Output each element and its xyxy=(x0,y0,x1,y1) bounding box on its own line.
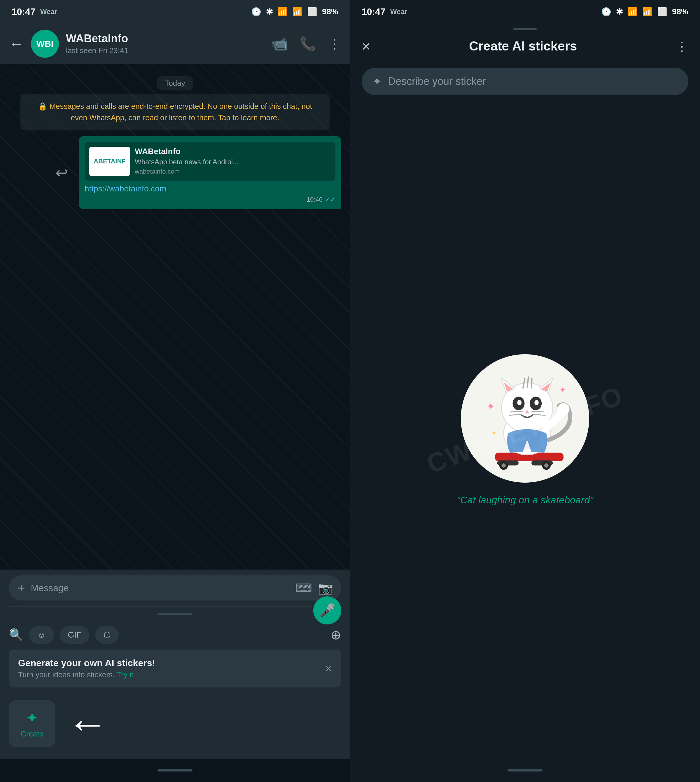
sticker-tabs: 🔍 ☺ GIF ⬡ ⊕ xyxy=(9,626,341,644)
wifi-icon-r: 📶 xyxy=(627,7,638,17)
alarm-icon: 🕐 xyxy=(251,7,261,17)
signal-icon: 📶 xyxy=(292,7,302,17)
svg-text:✦: ✦ xyxy=(559,385,566,394)
create-label: Create xyxy=(21,730,43,739)
reply-icon: ↩ xyxy=(55,164,68,182)
alarm-icon-r: 🕐 xyxy=(601,7,611,17)
link-url[interactable]: https://wabetainfo.com xyxy=(85,184,335,194)
back-button[interactable]: ← xyxy=(9,35,24,52)
contact-name: WABetaInfo xyxy=(66,32,264,45)
swipe-handle xyxy=(0,613,350,620)
bluetooth-icon-r: ✱ xyxy=(616,7,623,17)
battery-icon-r: ⬜ xyxy=(657,7,667,17)
contact-info: WABetaInfo last seen Fri 23:41 xyxy=(66,32,264,55)
ai-promo-title: Generate your own AI stickers! xyxy=(18,658,319,668)
cat-sticker-svg: ✦ ✦ ✦ xyxy=(461,354,589,483)
read-receipts: ✓✓ xyxy=(325,196,335,203)
ai-sticker-header: × Create AI stickers ⋮ xyxy=(350,30,700,62)
describe-input-wrap[interactable]: ✦ Describe your sticker xyxy=(362,68,688,95)
gif-label: GIF xyxy=(68,630,82,640)
right-status-left: 10:47 Wear xyxy=(362,7,407,17)
create-section: ✦ Create ← xyxy=(9,695,341,753)
video-call-icon[interactable]: 📹 xyxy=(271,36,288,52)
status-bar-left: 10:47 Wear xyxy=(12,7,57,17)
link-domain: wabetainfo.com xyxy=(135,168,238,175)
left-status-bar: 10:47 Wear 🕐 ✱ 📶 📶 ⬜ 98% xyxy=(0,0,350,23)
sparkle-icon: ✦ xyxy=(372,75,382,88)
more-options-right[interactable]: ⋮ xyxy=(675,39,688,54)
svg-text:✦: ✦ xyxy=(487,400,495,412)
link-preview-image: ABETAINF xyxy=(89,147,130,176)
camera-icon[interactable]: 📷 xyxy=(318,581,332,595)
describe-input[interactable]: Describe your sticker xyxy=(388,75,486,87)
avatar: WBI xyxy=(31,30,59,58)
tab-emoji[interactable]: ☺ xyxy=(29,626,54,644)
left-panel: 10:47 Wear 🕐 ✱ 📶 📶 ⬜ 98% ← WBI WABetaInf… xyxy=(0,0,350,782)
link-title: WABetaInfo xyxy=(135,147,238,156)
right-status-bar: 10:47 Wear 🕐 ✱ 📶 📶 ⬜ 98% xyxy=(350,0,700,23)
contact-status: last seen Fri 23:41 xyxy=(66,46,264,55)
link-preview: ABETAINF WABetaInfo WhatsApp beta news f… xyxy=(85,142,335,180)
time-left: 10:47 xyxy=(12,7,36,17)
link-preview-text: WABetaInfo WhatsApp beta news for Androi… xyxy=(135,147,238,176)
create-button[interactable]: ✦ Create xyxy=(9,700,55,747)
signal-icon-r: 📶 xyxy=(642,7,652,17)
wear-label-left: Wear xyxy=(40,8,57,16)
sticker-image-container: ✦ ✦ ✦ xyxy=(461,354,589,483)
drag-handle[interactable] xyxy=(513,28,537,30)
message-time: 10:46 ✓✓ xyxy=(85,196,335,203)
promo-close-button[interactable]: × xyxy=(325,662,332,675)
ai-promo-subtitle: Turn your ideas into stickers. Try it xyxy=(18,670,319,679)
link-desc: WhatsApp beta news for Androi... xyxy=(135,158,238,166)
mic-row xyxy=(0,607,350,613)
battery-left: 98% xyxy=(322,7,338,16)
svg-point-6 xyxy=(544,463,548,468)
input-area: + Message ⌨ 📷 xyxy=(0,570,350,607)
wear-label-right: Wear xyxy=(390,8,407,16)
add-sticker-icon[interactable]: ⊕ xyxy=(330,627,341,642)
plus-icon[interactable]: + xyxy=(18,581,25,595)
chat-header: ← WBI WABetaInfo last seen Fri 23:41 📹 📞… xyxy=(0,23,350,64)
right-nav-indicator xyxy=(508,769,542,772)
svg-text:✦: ✦ xyxy=(491,428,497,437)
left-nav-bar xyxy=(0,759,350,782)
svg-point-4 xyxy=(502,463,506,468)
emoji-icon: ☺ xyxy=(37,630,46,640)
tab-sticker[interactable]: ⬡ xyxy=(95,626,119,644)
battery-icon: ⬜ xyxy=(307,7,317,17)
right-status-right: 🕐 ✱ 📶 📶 ⬜ 98% xyxy=(601,7,688,17)
arrow-indicator: ← xyxy=(67,703,108,744)
try-it-link[interactable]: Try it xyxy=(117,670,133,679)
ai-promo-banner: Generate your own AI stickers! Turn your… xyxy=(9,650,341,687)
sticker-panel: 🔍 ☺ GIF ⬡ ⊕ Generate your own AI sticker… xyxy=(0,620,350,759)
time-right: 10:47 xyxy=(362,7,386,17)
wifi-icon: 📶 xyxy=(277,7,288,17)
ai-sticker-title: Create AI stickers xyxy=(379,39,667,53)
ai-promo-text: Generate your own AI stickers! Turn your… xyxy=(18,658,319,679)
tab-gif[interactable]: GIF xyxy=(60,626,90,644)
more-options-icon[interactable]: ⋮ xyxy=(328,36,341,52)
status-bar-right: 🕐 ✱ 📶 📶 ⬜ 98% xyxy=(251,7,338,17)
nav-indicator xyxy=(158,769,192,772)
mic-button-container: 🎤 xyxy=(313,597,341,625)
message-placeholder[interactable]: Message xyxy=(31,583,289,593)
svg-point-17 xyxy=(534,400,539,405)
mic-button[interactable]: 🎤 xyxy=(313,597,341,625)
sticker-caption: "Cat laughing on a skateboard" xyxy=(457,494,593,506)
bluetooth-icon: ✱ xyxy=(266,7,273,17)
create-icon: ✦ xyxy=(26,709,38,727)
close-button[interactable]: × xyxy=(362,37,370,55)
battery-right: 98% xyxy=(672,7,688,16)
message-input-row: + Message ⌨ 📷 xyxy=(9,575,341,600)
svg-point-16 xyxy=(517,400,522,405)
sticker-preview-area: CWABETAINFO xyxy=(350,101,700,759)
right-nav-bar xyxy=(350,759,700,782)
keyboard-icon[interactable]: ⌨ xyxy=(295,581,312,595)
svg-point-23 xyxy=(557,403,569,415)
call-icon[interactable]: 📞 xyxy=(300,36,316,52)
sticker-icon: ⬡ xyxy=(103,630,110,640)
search-icon[interactable]: 🔍 xyxy=(9,628,23,642)
chat-area: Today 🔒 Messages and calls are end-to-en… xyxy=(0,64,350,570)
message-bubble: ↩ ABETAINF WABetaInfo WhatsApp beta news… xyxy=(79,136,341,209)
right-panel: 10:47 Wear 🕐 ✱ 📶 📶 ⬜ 98% × Create AI sti… xyxy=(350,0,700,782)
